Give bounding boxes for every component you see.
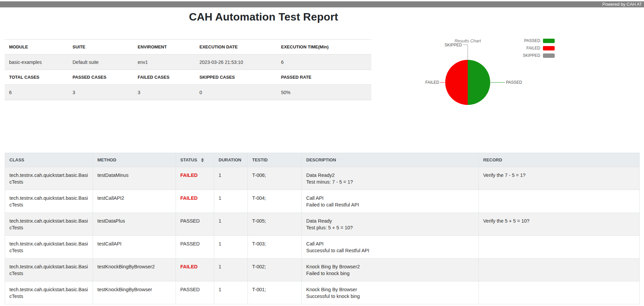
testid-cell: T-002;	[248, 259, 302, 281]
summary-value-row-2: 6 3 3 0 50%	[5, 85, 371, 100]
class-cell: tech.testnx.cah.quickstart.basic.BasicTe…	[5, 190, 93, 213]
summary-value-skipped-cases: 0	[195, 85, 277, 100]
description-line1: Call API	[306, 195, 474, 201]
legend-item-skipped[interactable]: SKIPPED	[523, 53, 555, 58]
chart-legend: PASSED FAILED SKIPPED	[523, 38, 555, 58]
legend-label-passed: PASSED	[524, 38, 540, 43]
description-line2: Failed to call Restful API	[306, 201, 474, 208]
record-cell: Verify the 7 - 5 = 1?	[479, 167, 640, 190]
duration-cell: 1	[214, 213, 248, 236]
column-header-record: RECORD	[479, 153, 640, 167]
record-cell	[479, 190, 640, 213]
summary-table: MODULE SUITE ENVIROMENT EXECUTION DATE E…	[5, 39, 371, 100]
table-row: tech.testnx.cah.quickstart.basic.BasicTe…	[5, 236, 640, 259]
duration-cell: 1	[214, 259, 248, 281]
table-row: tech.testnx.cah.quickstart.basic.BasicTe…	[5, 167, 640, 190]
description-cell: Call API Successful to call Restful API	[302, 236, 479, 259]
pie-label-skipped: SKIPPED	[428, 43, 462, 47]
column-header-status-label: STATUS	[180, 157, 197, 162]
summary-header-total-cases: TOTAL CASES	[5, 70, 68, 85]
class-cell: tech.testnx.cah.quickstart.basic.BasicTe…	[5, 281, 93, 304]
test-report-page: { "topbar": { "powered_by": "Powered by …	[0, 0, 644, 306]
legend-swatch-skipped-icon	[543, 53, 555, 58]
legend-label-failed: FAILED	[526, 46, 540, 50]
summary-header-row-1: MODULE SUITE ENVIROMENT EXECUTION DATE E…	[5, 40, 371, 54]
skipped-callout-line	[463, 45, 468, 60]
method-cell: testKnockBingByBrowser	[93, 281, 176, 304]
legend-label-skipped: SKIPPED	[523, 53, 540, 58]
class-cell: tech.testnx.cah.quickstart.basic.BasicTe…	[5, 167, 93, 190]
description-line2: Successful to call Restful API	[306, 247, 474, 254]
class-cell: tech.testnx.cah.quickstart.basic.BasicTe…	[5, 213, 93, 236]
sort-icon[interactable]	[201, 158, 204, 162]
description-cell: Knock Bing By Browser2 Failed to knock b…	[302, 259, 479, 281]
column-header-description: DESCRIPTION	[302, 153, 479, 167]
status-cell: PASSED	[176, 213, 214, 236]
table-row: tech.testnx.cah.quickstart.basic.BasicTe…	[5, 281, 640, 304]
column-header-testid: TESTID	[248, 153, 302, 167]
method-cell: testCallAPI	[93, 236, 176, 259]
description-cell: Data Ready2 Test minus: 7 - 5 = 1?	[302, 167, 479, 190]
description-line1: Call API	[306, 240, 474, 247]
description-line2: Test plus: 5 + 5 = 10?	[306, 224, 474, 231]
legend-swatch-failed-icon	[543, 46, 555, 50]
status-cell: PASSED	[176, 236, 214, 259]
summary-header-passed-cases: PASSED CASES	[68, 70, 133, 85]
duration-cell: 1	[214, 236, 248, 259]
results-table: CLASS METHOD STATUS DURATION TESTID DESC…	[5, 153, 640, 304]
description-line2: Failed to knock bing	[306, 270, 474, 277]
class-cell: tech.testnx.cah.quickstart.basic.BasicTe…	[5, 259, 93, 281]
testid-cell: T-005;	[248, 213, 302, 236]
results-header-row: CLASS METHOD STATUS DURATION TESTID DESC…	[5, 153, 640, 167]
description-line2: Successful to knock bing	[306, 293, 474, 300]
results-chart: Results Chart SKIPPED FAILED PASSED PASS…	[403, 34, 561, 113]
method-cell: testKnockBingByBrowser2	[93, 259, 176, 281]
summary-header-execution-date: EXECUTION DATE	[195, 40, 277, 54]
summary-header-passed-rate: PASSED RATE	[277, 70, 371, 85]
status-cell: PASSED	[176, 281, 214, 304]
status-cell: FAILED	[176, 190, 214, 213]
legend-item-passed[interactable]: PASSED	[524, 38, 555, 43]
summary-header-skipped-cases: SKIPPED CASES	[195, 70, 277, 85]
testid-cell: T-006;	[248, 167, 302, 190]
summary-value-passed-cases: 3	[68, 85, 133, 100]
record-cell	[479, 236, 640, 259]
method-cell: testDataPlus	[93, 213, 176, 236]
pie-label-passed: PASSED	[506, 80, 536, 85]
summary-header-row-2: TOTAL CASES PASSED CASES FAILED CASES SK…	[5, 70, 371, 85]
topbar: Powered by CAH AT	[0, 1, 644, 7]
status-cell: FAILED	[176, 259, 214, 281]
description-line1: Knock Bing By Browser	[306, 286, 474, 293]
column-header-class: CLASS	[5, 153, 93, 167]
duration-cell: 1	[214, 281, 248, 304]
method-cell: testCallAPI2	[93, 190, 176, 213]
summary-header-suite: SUITE	[68, 40, 133, 54]
status-cell: FAILED	[176, 167, 214, 190]
testid-cell: T-004;	[248, 190, 302, 213]
duration-cell: 1	[214, 190, 248, 213]
description-line1: Knock Bing By Browser2	[306, 263, 474, 270]
description-line1: Data Ready2	[306, 172, 474, 179]
testid-cell: T-003;	[248, 236, 302, 259]
summary-header-execution-time: EXECUTION TIME(Min)	[277, 40, 371, 54]
description-line1: Data Ready	[306, 218, 474, 224]
record-cell	[479, 281, 640, 304]
summary-header-enviroment: ENVIROMENT	[133, 40, 195, 54]
summary-value-row-1: basic-examples Default suite env1 2023-0…	[5, 54, 371, 70]
description-line2: Test minus: 7 - 5 = 1?	[306, 179, 474, 185]
summary-value-passed-rate: 50%	[277, 85, 371, 100]
legend-item-failed[interactable]: FAILED	[526, 46, 555, 50]
description-cell: Call API Failed to call Restful API	[302, 190, 479, 213]
description-cell: Data Ready Test plus: 5 + 5 = 10?	[302, 213, 479, 236]
summary-value-failed-cases: 3	[133, 85, 195, 100]
summary-value-execution-time: 6	[277, 54, 371, 70]
record-cell	[479, 259, 640, 281]
column-header-duration: DURATION	[214, 153, 248, 167]
powered-by-label: Powered by CAH AT	[602, 2, 642, 7]
table-row: tech.testnx.cah.quickstart.basic.BasicTe…	[5, 190, 640, 213]
table-row: tech.testnx.cah.quickstart.basic.BasicTe…	[5, 259, 640, 281]
column-header-status[interactable]: STATUS	[176, 153, 214, 167]
description-cell: Knock Bing By Browser Successful to knoc…	[302, 281, 479, 304]
summary-value-enviroment: env1	[133, 54, 195, 70]
duration-cell: 1	[214, 167, 248, 190]
